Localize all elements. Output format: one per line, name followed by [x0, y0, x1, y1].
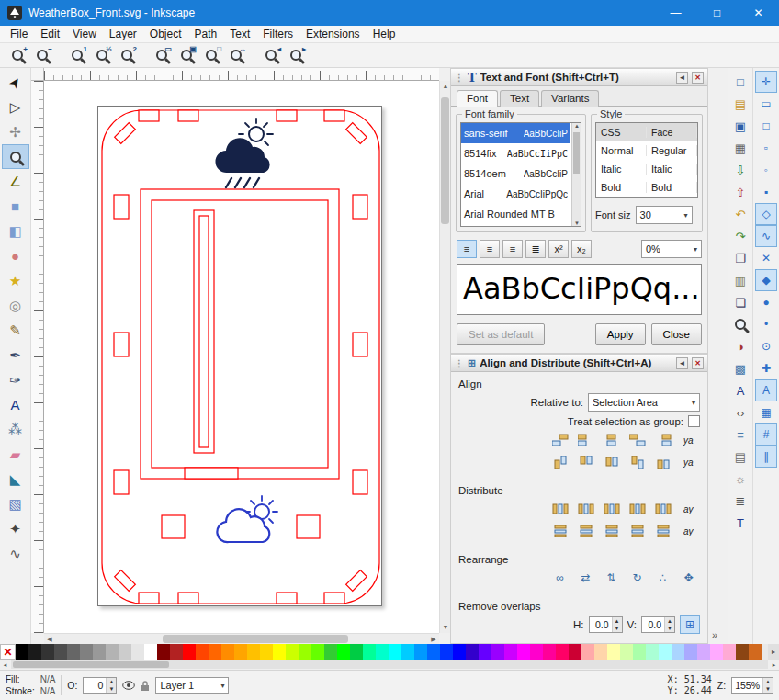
palette-swatch-39[interactable] [517, 644, 530, 660]
titlebar[interactable]: WeatherBox_Front.svg - Inkscape — □ ✕ [0, 0, 779, 26]
palette-swatch-21[interactable] [286, 644, 299, 660]
zoom-1-1-button[interactable]: 1 [65, 45, 88, 66]
distribute-centers-vertically-button[interactable] [574, 522, 597, 540]
style-row-normal[interactable]: NormalRegular [596, 141, 697, 160]
horizontal-scroll-thumb[interactable] [163, 635, 348, 643]
menu-filters[interactable]: Filters [256, 26, 299, 42]
open-document-button[interactable]: ▤ [729, 93, 751, 115]
palette-scroll-thumb[interactable] [13, 661, 169, 668]
superscript-button[interactable]: x² [548, 240, 569, 258]
spray-tool[interactable]: ⁂ [2, 417, 29, 442]
palette-swatch-19[interactable] [260, 644, 273, 660]
menu-edit[interactable]: Edit [34, 26, 66, 42]
style-row-italic[interactable]: ItalicItalic [596, 160, 697, 178]
palette-swatch-2[interactable] [41, 644, 54, 660]
distribute-left-edges-button[interactable] [548, 500, 571, 518]
palette-swatch-32[interactable] [427, 644, 440, 660]
center-on-vertical-axis-button[interactable] [600, 431, 623, 449]
palette-swatch-26[interactable] [350, 644, 363, 660]
snap-bbox-edges-toggle[interactable]: □ [755, 115, 777, 137]
box-3d-tool[interactable]: ◧ [2, 219, 29, 243]
layer-lock-icon[interactable] [141, 680, 150, 692]
palette-swatch-15[interactable] [209, 644, 221, 660]
palette-swatch-6[interactable] [93, 644, 106, 660]
distribute-bottom-edges-button[interactable] [600, 522, 623, 540]
zoom-2-1-button[interactable]: 2 [115, 45, 138, 66]
palette-swatch-23[interactable] [311, 644, 324, 660]
paint-bucket-tool[interactable]: ◣ [2, 467, 29, 491]
palette-swatch-37[interactable] [491, 644, 504, 660]
menu-path[interactable]: Path [188, 26, 224, 42]
remove-overlaps-button[interactable]: ⊞ [680, 615, 700, 634]
align-bottom-edges-button[interactable] [626, 453, 649, 471]
palette-swatch-44[interactable] [581, 644, 594, 660]
snap-grids-toggle[interactable]: # [755, 423, 777, 446]
duplicate-button[interactable]: ❏ [729, 291, 751, 313]
snap-page-border-toggle[interactable]: ▦ [755, 401, 777, 423]
font-size-combo[interactable]: 30 ▾ [636, 206, 693, 224]
snap-bbox-midpoints-toggle[interactable]: ◦ [755, 159, 777, 181]
snap-object-centers-toggle[interactable]: ⊙ [755, 335, 777, 357]
align-right-edges-to-left-edge-of-anchor-button[interactable] [548, 431, 571, 449]
text-tool[interactable]: A [2, 392, 29, 417]
palette-swatch-46[interactable] [607, 644, 620, 660]
print-document-button[interactable]: ▦ [729, 137, 751, 159]
calligraphy-tool[interactable]: ✑ [2, 367, 29, 392]
tab-variants[interactable]: Variants [541, 90, 599, 107]
palette-swatch-45[interactable] [594, 644, 607, 660]
group-button[interactable]: ▩ [729, 357, 751, 379]
palette-swatch-4[interactable] [67, 644, 80, 660]
subscript-button[interactable]: x₂ [571, 240, 592, 258]
palette-swatch-29[interactable] [389, 644, 401, 660]
palette-swatch-40[interactable] [530, 644, 543, 660]
text-align-horizontal-button[interactable]: ya [677, 431, 700, 449]
palette-swatch-57[interactable] [749, 644, 762, 660]
menu-file[interactable]: File [4, 26, 34, 42]
bezier-pen-tool[interactable]: ✒ [2, 343, 29, 367]
center-on-horizontal-axis-button[interactable] [600, 453, 623, 471]
style-row-bold[interactable]: BoldBold [596, 178, 697, 197]
align-panel-header[interactable]: ⋮ ⊞ Align and Distribute (Shift+Ctrl+A) … [451, 355, 707, 372]
palette-swatch-3[interactable] [54, 644, 67, 660]
redo-button[interactable]: ↷ [729, 225, 751, 247]
distribute-centers-horizontally-button[interactable] [574, 500, 597, 518]
align-bottom-edges-to-top-edge-of-anchor-button[interactable] [548, 453, 571, 471]
zoom-out-button[interactable]: − [30, 45, 53, 66]
palette-swatch-8[interactable] [119, 644, 131, 660]
palette-scrollbar[interactable]: ◂ ▸ [0, 660, 779, 670]
palette-scroll-left[interactable]: ◂ [0, 660, 10, 670]
font-item-8514fix[interactable]: 8514fixAaBbCcIiPpC [461, 143, 570, 164]
ellipse-tool[interactable]: ● [2, 243, 29, 268]
zoom-next-button[interactable]: ▸ [284, 45, 307, 66]
palette-swatch-12[interactable] [170, 644, 183, 660]
palette-more-button[interactable]: ▸ [768, 644, 779, 660]
palette-swatch-11[interactable] [157, 644, 170, 660]
make-horizontal-gaps-equal-button[interactable] [626, 500, 649, 518]
zoom-1-2-button[interactable]: ½ [90, 45, 113, 66]
randomize-centers-button[interactable]: ∴ [651, 569, 674, 587]
gradient-tool[interactable]: ▧ [2, 491, 29, 516]
zoom-drawing-button[interactable]: ▣ [175, 45, 198, 66]
set-as-default-button[interactable]: Set as default [457, 323, 545, 345]
palette-swatch-28[interactable] [376, 644, 389, 660]
treat-as-group-checkbox[interactable] [688, 415, 700, 427]
zoom-page-button[interactable]: □ [199, 45, 222, 66]
palette-swatch-55[interactable] [723, 644, 736, 660]
palette-swatch-0[interactable] [16, 644, 28, 660]
align-right-edges-button[interactable] [626, 431, 649, 449]
palette-swatch-34[interactable] [453, 644, 466, 660]
select-tool[interactable]: ➤ [2, 70, 29, 95]
new-document-button[interactable]: □ [729, 71, 751, 93]
panel-close-button[interactable]: ✕ [692, 357, 704, 369]
menu-extensions[interactable]: Extensions [299, 26, 367, 42]
font-style-table[interactable]: CSSFaceNormalRegularItalicItalicBoldBold [595, 122, 698, 198]
vertical-scroll-thumb[interactable] [441, 97, 449, 224]
paste-button[interactable]: ▥ [729, 269, 751, 291]
v-gap-spinbox[interactable]: 0.0 ▲▼ [641, 616, 675, 633]
snap-paths-toggle[interactable]: ∿ [755, 225, 777, 247]
tab-font[interactable]: Font [457, 90, 498, 107]
align-left-edges-to-right-edge-of-anchor-button[interactable] [651, 431, 674, 449]
save-document-button[interactable]: ▣ [729, 115, 751, 137]
menu-text[interactable]: Text [223, 26, 256, 42]
palette-swatch-30[interactable] [401, 644, 414, 660]
